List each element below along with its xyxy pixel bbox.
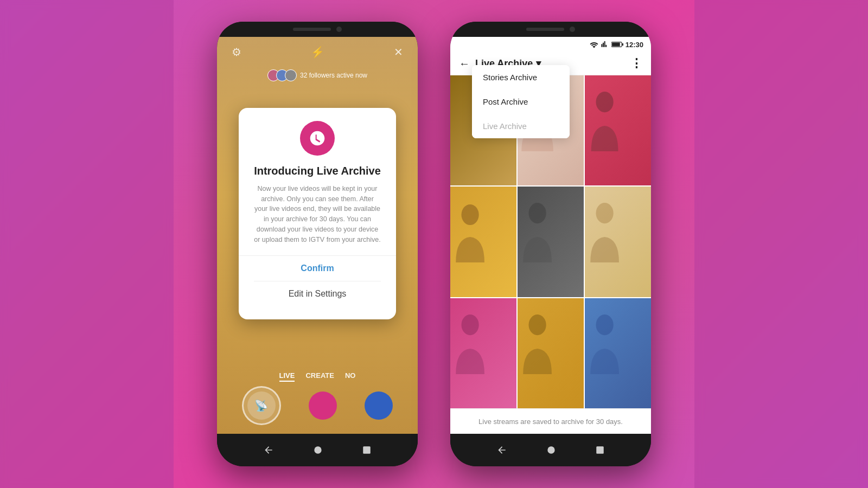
home-nav-icon[interactable] <box>312 445 323 455</box>
phone-1: ⚙ ⚡ ✕ 32 followers active now <box>217 22 418 466</box>
photo-cell-4[interactable] <box>450 187 516 297</box>
archive-icon-circle <box>300 121 335 156</box>
phone-1-bottom-bar <box>217 434 418 466</box>
dropdown-live-archive[interactable]: Live Archive <box>472 114 570 138</box>
svg-point-13 <box>547 446 554 453</box>
svg-point-11 <box>528 314 546 335</box>
settings-button[interactable]: Edit in Settings <box>254 281 381 306</box>
photo-cell-5[interactable] <box>518 187 584 297</box>
battery-status-icon <box>611 41 623 48</box>
gallery-button[interactable] <box>365 391 393 420</box>
modal-body: Now your live videos will be kept in you… <box>254 184 381 245</box>
recents-nav-icon-2[interactable] <box>595 445 605 455</box>
phone-2-content: 12:30 ← Live Archive ▾ ⋮ Stories Archive <box>450 37 651 434</box>
more-options-icon[interactable]: ⋮ <box>630 56 642 70</box>
broadcast-icon: 📡 <box>254 399 268 412</box>
person-silhouette-6 <box>585 187 624 275</box>
effect-button[interactable] <box>309 391 337 420</box>
bg-blur-left <box>0 0 174 488</box>
svg-point-10 <box>461 314 478 335</box>
person-silhouette-4 <box>450 187 490 275</box>
bg-blur-right <box>694 0 868 488</box>
archive-footer-text: Live streams are saved to archive for 30… <box>478 418 623 426</box>
phone-2-top-bar <box>450 22 651 37</box>
live-capture-button[interactable]: 📡 <box>242 386 281 425</box>
phone-2-camera <box>570 27 575 32</box>
phone-1-screen: ⚙ ⚡ ✕ 32 followers active now <box>217 37 418 434</box>
svg-rect-1 <box>363 446 371 454</box>
home-nav-icon-2[interactable] <box>546 445 557 455</box>
dropdown-stories-archive[interactable]: Stories Archive <box>472 65 570 89</box>
time-display: 12:30 <box>626 41 643 49</box>
confirm-button[interactable]: Confirm <box>254 256 381 281</box>
status-icons: 12:30 <box>590 41 643 49</box>
back-arrow-icon[interactable]: ← <box>459 57 470 70</box>
svg-point-0 <box>314 446 321 453</box>
camera-controls-row: 📡 <box>217 386 418 425</box>
phone-2-bottom-bar <box>450 434 651 466</box>
svg-point-12 <box>596 314 613 335</box>
photo-cell-8[interactable] <box>518 298 584 408</box>
recents-nav-icon[interactable] <box>362 445 372 455</box>
person-silhouette-8 <box>518 298 557 387</box>
back-nav-icon[interactable] <box>263 445 274 455</box>
live-btn-inner: 📡 <box>247 391 276 420</box>
phone-2: 12:30 ← Live Archive ▾ ⋮ Stories Archive <box>450 22 651 466</box>
live-archive-modal: Introducing Live Archive Now your live v… <box>239 108 396 320</box>
photo-cell-7[interactable] <box>450 298 516 408</box>
phone-1-top-bar <box>217 22 418 37</box>
back-nav-icon-2[interactable] <box>496 445 507 455</box>
signal-status-icon <box>601 41 609 48</box>
status-bar: 12:30 <box>450 37 651 52</box>
person-silhouette-3 <box>585 75 624 164</box>
person-silhouette-7 <box>450 298 490 387</box>
photo-cell-3[interactable] <box>585 75 651 185</box>
dropdown-post-archive[interactable]: Post Archive <box>472 89 570 114</box>
modal-overlay: Introducing Live Archive Now your live v… <box>217 37 418 390</box>
phone-1-camera <box>336 27 342 32</box>
wifi-status-icon <box>590 41 598 48</box>
photo-cell-9[interactable] <box>585 298 651 408</box>
person-silhouette-9 <box>585 298 624 387</box>
phones-container: ⚙ ⚡ ✕ 32 followers active now <box>217 22 651 466</box>
svg-point-7 <box>461 204 478 225</box>
phone-1-content: ⚙ ⚡ ✕ 32 followers active now <box>217 37 418 434</box>
person-silhouette-5 <box>518 187 557 275</box>
archive-footer: Live streams are saved to archive for 30… <box>450 408 651 434</box>
archive-dropdown-menu: Stories Archive Post Archive Live Archiv… <box>472 65 570 138</box>
svg-point-8 <box>528 203 546 223</box>
svg-rect-4 <box>622 43 623 46</box>
svg-point-9 <box>596 203 613 223</box>
archive-icon <box>309 130 326 147</box>
svg-rect-14 <box>596 446 604 454</box>
modal-title: Introducing Live Archive <box>254 164 381 177</box>
phone-2-screen: 12:30 ← Live Archive ▾ ⋮ Stories Archive <box>450 37 651 434</box>
svg-point-6 <box>596 92 613 112</box>
phone-2-speaker <box>526 28 564 31</box>
photo-cell-6[interactable] <box>585 187 651 297</box>
phone-1-speaker <box>293 28 331 31</box>
svg-rect-3 <box>612 43 620 47</box>
